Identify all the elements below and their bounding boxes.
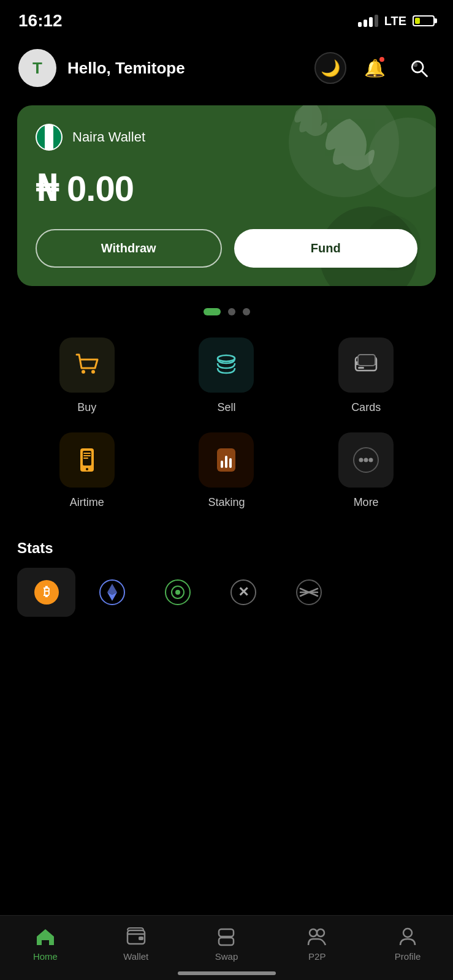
buy-action[interactable]: Buy [59,337,115,414]
actions-row-2: Airtime Staking [17,432,436,509]
svg-rect-10 [358,355,375,366]
search-button[interactable] [403,52,435,84]
xrp-icon: ✕ [230,579,257,606]
coin-eth[interactable] [83,568,141,617]
nav-wallet-label: Wallet [123,951,148,962]
airtime-phone-icon [72,445,102,475]
svg-rect-15 [83,455,91,456]
more-dots-icon [351,445,381,475]
staking-bar-icon [211,445,242,475]
home-icon [34,925,56,948]
svg-point-2 [413,62,417,67]
staking-label: Staking [208,496,245,509]
staking-action[interactable]: Staking [199,432,254,509]
svg-rect-40 [139,937,143,940]
cards-action[interactable]: Cards [338,337,394,414]
nav-profile[interactable]: Profile [377,925,438,962]
withdraw-button[interactable]: Withdraw [36,229,222,268]
btc-icon: ₿ [33,579,60,606]
okb-icon [164,579,191,606]
svg-point-45 [403,929,412,937]
dot-1[interactable] [204,308,221,315]
greeting-text: Hello, Temitope [67,59,185,78]
staking-icon-box [199,432,254,488]
buy-label: Buy [77,401,96,414]
airtime-action[interactable]: Airtime [59,432,115,509]
sell-stack-icon [211,350,242,380]
stats-section: Stats ₿ [0,527,453,623]
svg-point-4 [82,370,85,374]
notifications-button[interactable]: 🔔 [359,52,390,84]
svg-point-13 [86,468,88,470]
wallet-name: Naira Wallet [72,129,145,145]
svg-line-1 [422,71,427,77]
nav-swap-label: Swap [215,951,238,962]
profile-icon [397,925,419,948]
nav-swap[interactable]: Swap [196,925,257,962]
quick-actions: Buy Sell [0,325,453,509]
dot-3[interactable] [243,308,250,315]
svg-rect-42 [219,938,234,945]
svg-rect-14 [83,453,91,454]
xlm-icon [295,579,322,606]
more-action[interactable]: More [338,432,394,509]
nigeria-flag-icon [36,124,63,151]
svg-text:✕: ✕ [238,584,249,600]
battery-icon [413,15,435,26]
wallet-balance: ₦ 0.00 [36,168,417,209]
svg-point-23 [369,458,373,462]
svg-rect-41 [219,929,234,937]
p2p-icon [306,925,328,948]
status-time: 16:12 [18,11,63,31]
stats-title: Stats [17,540,436,557]
swap-icon [215,925,237,948]
moon-icon: 🌙 [321,59,340,78]
nav-profile-label: Profile [395,951,421,962]
coin-xlm[interactable] [280,568,338,617]
sell-action[interactable]: Sell [199,337,254,414]
wallet-card: Naira Wallet ₦ 0.00 Withdraw Fund [17,105,436,286]
more-label: More [354,496,379,509]
nav-home-label: Home [33,951,58,962]
fund-button[interactable]: Fund [234,229,418,268]
carousel-dots [0,308,453,315]
coin-xrp[interactable]: ✕ [214,568,272,617]
svg-rect-16 [83,458,88,459]
svg-rect-18 [221,461,223,468]
cards-icon [351,350,381,380]
signal-icon [358,15,378,27]
cards-label: Cards [351,401,381,414]
home-indicator [178,971,276,975]
sell-label: Sell [217,401,235,414]
buy-icon-box [59,337,115,393]
sell-icon-box [199,337,254,393]
wallet-card-container: Naira Wallet ₦ 0.00 Withdraw Fund [0,99,453,298]
svg-point-6 [218,355,235,361]
coin-btc[interactable]: ₿ [17,568,75,617]
nav-home[interactable]: Home [15,925,76,962]
wallet-icon [125,925,147,948]
nav-p2p[interactable]: P2P [286,925,348,962]
stats-coins-list: ₿ ✕ [17,568,436,623]
bottom-nav: Home Wallet Swap P2P Profile [0,915,453,980]
actions-row-1: Buy Sell [17,337,436,414]
svg-point-43 [310,929,317,937]
nav-p2p-label: P2P [308,951,325,962]
nav-wallet[interactable]: Wallet [105,925,167,962]
status-right: LTE [358,14,435,28]
more-icon-box [338,432,394,488]
wallet-actions: Withdraw Fund [36,229,417,268]
notification-badge [378,56,386,63]
lte-label: LTE [384,14,406,28]
svg-point-32 [175,590,180,595]
search-icon [408,57,430,79]
svg-text:₿: ₿ [44,585,50,598]
svg-point-22 [364,458,368,462]
coin-okb[interactable] [148,568,207,617]
header-icons: 🌙 🔔 [314,52,435,84]
dark-mode-button[interactable]: 🌙 [314,52,346,84]
svg-rect-9 [358,367,364,369]
dot-2[interactable] [228,308,235,315]
cards-icon-box [338,337,394,393]
avatar[interactable]: T [18,49,56,87]
